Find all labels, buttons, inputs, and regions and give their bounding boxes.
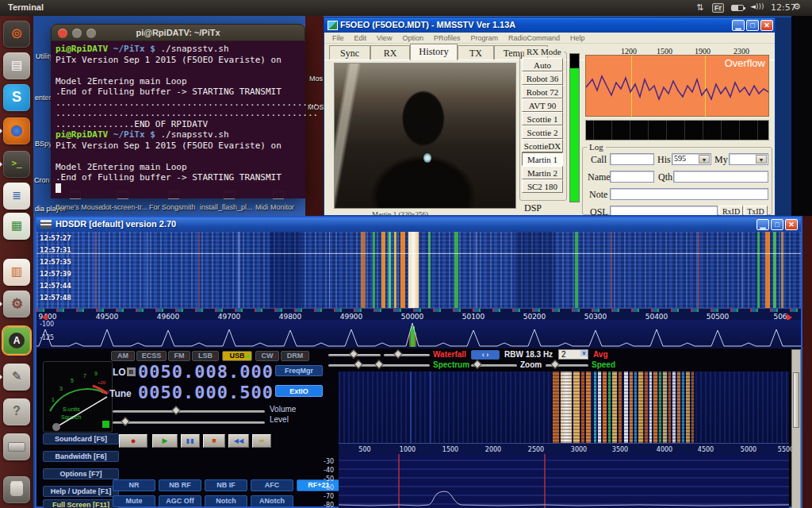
desktop-label[interactable]: Mos — [309, 75, 323, 83]
close-icon[interactable]: ✕ — [760, 20, 773, 31]
minimize-icon[interactable] — [72, 29, 82, 38]
waterfall-upper-slider[interactable] — [328, 354, 381, 356]
close-icon[interactable]: ✕ — [785, 219, 798, 230]
audio-frequency-ruler[interactable]: 500 1000 1500 2000 2500 3000 3500 4000 4… — [339, 443, 789, 454]
name-input[interactable] — [610, 171, 654, 183]
note-input[interactable] — [610, 188, 768, 200]
rf-waterfall[interactable]: 12:57:27 12:57:31 12:57:35 12:57:39 12:5… — [36, 232, 801, 308]
mode-martin1[interactable]: Martin 1 — [522, 152, 563, 166]
menu-help[interactable]: Help — [570, 34, 585, 43]
scrollbar-thumb[interactable] — [793, 372, 799, 428]
launcher-impress-icon[interactable]: ▥ — [3, 259, 30, 286]
mode-lsb[interactable]: LSB — [192, 351, 219, 361]
launcher-dash-home-icon[interactable]: ⊚ — [3, 21, 30, 48]
afc-button[interactable]: AFC — [251, 479, 293, 491]
desktop-label[interactable]: enter — [35, 94, 52, 102]
menu-radiocommand[interactable]: RadioCommand — [508, 34, 560, 43]
help-update-button[interactable]: Help / Update [F1] — [43, 486, 119, 497]
call-input[interactable] — [610, 153, 654, 165]
scrollbar[interactable] — [791, 349, 801, 508]
launcher-files-icon[interactable]: ▤ — [3, 52, 30, 79]
tab-history[interactable]: History — [410, 44, 458, 60]
launcher-text-editor-icon[interactable]: ✎ — [3, 364, 30, 391]
stop-button[interactable]: ■ — [203, 434, 225, 448]
play-button[interactable]: ▶ — [152, 434, 178, 448]
qsl-input[interactable] — [610, 206, 718, 216]
session-gear-icon[interactable]: ⚙ — [793, 2, 801, 12]
volume-icon[interactable]: ◄))) — [750, 2, 764, 10]
mode-scottie2[interactable]: Scottie 2 — [522, 125, 563, 139]
terminal-titlebar[interactable]: pi@RpiDATV: ~/PiTx — [51, 24, 305, 41]
rewind-button[interactable]: ◀◀ — [228, 434, 249, 448]
terminal-body[interactable]: pi@RpiDATV ~/PiTx $ ./snapsstv.sh PiTx V… — [51, 41, 305, 198]
nb-rf-button[interactable]: NB RF — [159, 479, 201, 491]
tab-tx[interactable]: TX — [458, 45, 494, 60]
battery-icon[interactable] — [731, 5, 744, 11]
mute-button[interactable]: Mute — [113, 495, 155, 507]
launcher-skype-icon[interactable]: S — [3, 84, 30, 111]
mode-martin2[interactable]: Martin 2 — [522, 166, 563, 179]
mode-avt90[interactable]: AVT 90 — [522, 98, 563, 112]
fullscreen-button[interactable]: Full Screen [F11] — [43, 499, 119, 508]
mode-cw[interactable]: CW — [255, 351, 279, 361]
speed-slider[interactable] — [546, 364, 588, 367]
mode-scottiedx[interactable]: ScottieDX — [522, 139, 563, 152]
launcher-system-settings-icon[interactable]: ⚙ — [3, 291, 30, 318]
maximize-icon[interactable]: □ — [746, 20, 759, 31]
tune-frequency[interactable]: 0050.000.500 — [138, 383, 274, 402]
zoom-slider[interactable] — [471, 364, 517, 367]
clock[interactable]: 12:57 — [771, 2, 796, 13]
menu-edit[interactable]: Edit — [354, 34, 367, 43]
desktop-label[interactable]: BSpy — [35, 140, 52, 148]
level-slider[interactable] — [113, 421, 265, 424]
menu-option[interactable]: Option — [402, 34, 423, 43]
network-arrows-icon[interactable]: ⇅ — [696, 2, 703, 13]
maximize-icon[interactable] — [86, 29, 96, 38]
desktop-icon-label[interactable]: install_flash_pl... — [200, 203, 253, 211]
loop-button[interactable]: ∞ — [252, 434, 271, 448]
agc-button[interactable]: AGC Off — [159, 495, 201, 507]
tab-sync[interactable]: Sync — [329, 45, 370, 60]
launcher-disk-icon[interactable] — [3, 433, 30, 460]
band-arrows-button[interactable]: ‹ › — [471, 350, 500, 360]
qth-input[interactable] — [673, 171, 768, 183]
mode-am[interactable]: AM — [111, 351, 135, 361]
mode-ecss[interactable]: ECSS — [136, 351, 167, 361]
bandwidth-button[interactable]: Bandwidth [F6] — [43, 451, 119, 462]
launcher-updater-icon[interactable]: A — [3, 327, 30, 354]
mode-robot72[interactable]: Robot 72 — [522, 85, 563, 98]
sstv-history-image[interactable] — [334, 63, 516, 209]
mode-scottie1[interactable]: Scottie 1 — [522, 112, 563, 125]
close-icon[interactable] — [58, 29, 67, 38]
menu-view[interactable]: View — [377, 34, 392, 43]
nr-button[interactable]: NR — [113, 479, 155, 491]
launcher-firefox-icon[interactable] — [3, 117, 30, 144]
launcher-trash-icon[interactable] — [3, 476, 30, 503]
avg-select[interactable]: 2∨ — [558, 349, 588, 360]
options-button[interactable]: Options [F7] — [43, 468, 119, 479]
record-button[interactable]: ● — [119, 434, 147, 448]
my-combo[interactable]: ▼ — [729, 153, 768, 165]
menu-file[interactable]: File — [332, 34, 344, 43]
extio-button[interactable]: ExtIO — [275, 385, 323, 397]
frequency-ruler[interactable]: 9400 49500 49600 49700 49800 49900 50000… — [36, 308, 801, 320]
maximize-icon[interactable]: □ — [771, 219, 783, 230]
menu-profiles[interactable]: PRofiles — [434, 34, 461, 43]
launcher-calc-icon[interactable]: ▦ — [3, 213, 30, 240]
notch-button[interactable]: Notch — [205, 495, 247, 507]
lo-band-button[interactable]: B — [127, 368, 136, 376]
hdsdr-titlebar[interactable]: HDSDR [default] version 2.70 ▁ □ ✕ — [36, 217, 801, 232]
minimize-icon[interactable]: ▁ — [756, 219, 769, 230]
menu-program[interactable]: Program — [470, 34, 498, 43]
audio-spectrum[interactable] — [339, 454, 789, 508]
mmsstv-titlebar[interactable]: F5OEO (F5OEO.MDT) - MMSSTV Ver 1.13A ▁ □… — [324, 18, 775, 33]
waterfall-lower-slider[interactable] — [384, 354, 430, 356]
freqmgr-button[interactable]: FreqMgr — [275, 365, 323, 376]
desktop-icon-label[interactable]: Midi Monitor — [255, 203, 294, 211]
anotch-button[interactable]: ANotch — [251, 495, 293, 507]
lo-frequency[interactable]: 0050.008.000 — [138, 362, 274, 382]
desktop-icon-label[interactable]: For Songsmith — [149, 203, 196, 211]
rxid-button[interactable]: RxID — [719, 206, 743, 216]
mode-sc2180[interactable]: SC2 180 — [522, 179, 563, 193]
launcher-help-icon[interactable]: ? — [3, 398, 30, 425]
